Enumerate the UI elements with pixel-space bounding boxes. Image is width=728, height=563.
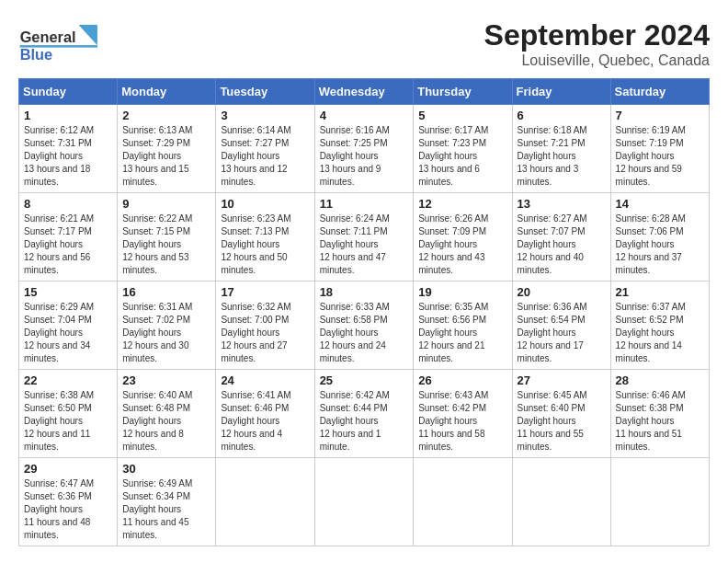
day-info: Sunrise: 6:14 AM Sunset: 7:27 PM Dayligh… xyxy=(221,124,309,189)
calendar-cell: 10 Sunrise: 6:23 AM Sunset: 7:13 PM Dayl… xyxy=(216,193,314,282)
calendar-cell xyxy=(610,458,709,546)
calendar-cell: 17 Sunrise: 6:32 AM Sunset: 7:00 PM Dayl… xyxy=(216,282,314,370)
day-number: 29 xyxy=(24,462,112,476)
day-info: Sunrise: 6:46 AM Sunset: 6:38 PM Dayligh… xyxy=(616,389,704,454)
day-info: Sunrise: 6:45 AM Sunset: 6:40 PM Dayligh… xyxy=(518,389,606,454)
day-number: 27 xyxy=(518,373,606,387)
day-number: 25 xyxy=(320,373,409,387)
day-number: 7 xyxy=(616,109,704,122)
day-info: Sunrise: 6:26 AM Sunset: 7:09 PM Dayligh… xyxy=(418,213,506,277)
day-info: Sunrise: 6:27 AM Sunset: 7:07 PM Dayligh… xyxy=(518,213,606,277)
day-info: Sunrise: 6:38 AM Sunset: 6:50 PM Dayligh… xyxy=(24,389,112,454)
calendar-cell: 2 Sunrise: 6:13 AM Sunset: 7:29 PM Dayli… xyxy=(118,105,216,193)
day-info: Sunrise: 6:19 AM Sunset: 7:19 PM Dayligh… xyxy=(616,124,704,189)
day-number: 30 xyxy=(122,462,210,476)
day-number: 23 xyxy=(122,373,210,387)
header-sunday: Sunday xyxy=(19,79,118,105)
header-wednesday: Wednesday xyxy=(314,79,414,105)
day-info: Sunrise: 6:28 AM Sunset: 7:06 PM Dayligh… xyxy=(616,213,704,277)
day-info: Sunrise: 6:49 AM Sunset: 6:34 PM Dayligh… xyxy=(122,477,210,542)
day-number: 4 xyxy=(320,109,409,122)
logo-svg: General Blue xyxy=(18,18,101,69)
calendar-cell: 13 Sunrise: 6:27 AM Sunset: 7:07 PM Dayl… xyxy=(512,193,610,282)
calendar-cell: 5 Sunrise: 6:17 AM Sunset: 7:23 PM Dayli… xyxy=(414,105,512,193)
header-thursday: Thursday xyxy=(414,79,512,105)
svg-text:Blue: Blue xyxy=(20,47,52,63)
calendar-table: Sunday Monday Tuesday Wednesday Thursday… xyxy=(18,78,710,546)
calendar-week-row: 1 Sunrise: 6:12 AM Sunset: 7:31 PM Dayli… xyxy=(19,105,710,193)
day-number: 28 xyxy=(616,373,704,387)
calendar-cell xyxy=(414,458,512,546)
day-info: Sunrise: 6:17 AM Sunset: 7:23 PM Dayligh… xyxy=(418,124,506,189)
calendar-week-row: 29 Sunrise: 6:47 AM Sunset: 6:36 PM Dayl… xyxy=(19,458,710,546)
day-info: Sunrise: 6:16 AM Sunset: 7:25 PM Dayligh… xyxy=(320,124,409,189)
calendar-cell: 24 Sunrise: 6:41 AM Sunset: 6:46 PM Dayl… xyxy=(216,370,314,458)
day-number: 11 xyxy=(320,197,409,211)
svg-marker-1 xyxy=(78,25,97,45)
day-info: Sunrise: 6:32 AM Sunset: 7:00 PM Dayligh… xyxy=(221,301,309,365)
calendar-cell: 12 Sunrise: 6:26 AM Sunset: 7:09 PM Dayl… xyxy=(414,193,512,282)
logo: General Blue xyxy=(18,18,101,69)
header-saturday: Saturday xyxy=(610,79,709,105)
day-number: 1 xyxy=(24,109,112,122)
day-info: Sunrise: 6:43 AM Sunset: 6:42 PM Dayligh… xyxy=(418,389,506,454)
calendar-header-row: Sunday Monday Tuesday Wednesday Thursday… xyxy=(19,79,710,105)
page-header: General Blue September 2024 Louiseville,… xyxy=(18,18,710,69)
day-info: Sunrise: 6:41 AM Sunset: 6:46 PM Dayligh… xyxy=(221,389,309,454)
day-number: 19 xyxy=(418,285,506,299)
calendar-cell xyxy=(314,458,414,546)
day-number: 21 xyxy=(616,285,704,299)
calendar-cell: 20 Sunrise: 6:36 AM Sunset: 6:54 PM Dayl… xyxy=(512,282,610,370)
calendar-cell: 30 Sunrise: 6:49 AM Sunset: 6:34 PM Dayl… xyxy=(118,458,216,546)
day-info: Sunrise: 6:40 AM Sunset: 6:48 PM Dayligh… xyxy=(122,389,210,454)
day-number: 20 xyxy=(518,285,606,299)
day-info: Sunrise: 6:12 AM Sunset: 7:31 PM Dayligh… xyxy=(24,124,112,189)
day-number: 14 xyxy=(616,197,704,211)
calendar-cell: 15 Sunrise: 6:29 AM Sunset: 7:04 PM Dayl… xyxy=(19,282,118,370)
calendar-week-row: 22 Sunrise: 6:38 AM Sunset: 6:50 PM Dayl… xyxy=(19,370,710,458)
calendar-cell: 27 Sunrise: 6:45 AM Sunset: 6:40 PM Dayl… xyxy=(512,370,610,458)
day-info: Sunrise: 6:47 AM Sunset: 6:36 PM Dayligh… xyxy=(24,477,112,542)
svg-text:General: General xyxy=(20,29,76,45)
page-subtitle: Louiseville, Quebec, Canada xyxy=(484,52,710,69)
calendar-cell: 1 Sunrise: 6:12 AM Sunset: 7:31 PM Dayli… xyxy=(19,105,118,193)
calendar-cell: 11 Sunrise: 6:24 AM Sunset: 7:11 PM Dayl… xyxy=(314,193,414,282)
day-info: Sunrise: 6:21 AM Sunset: 7:17 PM Dayligh… xyxy=(24,213,112,277)
day-number: 17 xyxy=(221,285,309,299)
header-monday: Monday xyxy=(118,79,216,105)
calendar-week-row: 8 Sunrise: 6:21 AM Sunset: 7:17 PM Dayli… xyxy=(19,193,710,282)
day-number: 12 xyxy=(418,197,506,211)
header-friday: Friday xyxy=(512,79,610,105)
calendar-cell: 6 Sunrise: 6:18 AM Sunset: 7:21 PM Dayli… xyxy=(512,105,610,193)
day-number: 5 xyxy=(418,109,506,122)
day-info: Sunrise: 6:31 AM Sunset: 7:02 PM Dayligh… xyxy=(122,301,210,365)
calendar-cell: 8 Sunrise: 6:21 AM Sunset: 7:17 PM Dayli… xyxy=(19,193,118,282)
day-number: 6 xyxy=(518,109,606,122)
calendar-cell: 23 Sunrise: 6:40 AM Sunset: 6:48 PM Dayl… xyxy=(118,370,216,458)
calendar-week-row: 15 Sunrise: 6:29 AM Sunset: 7:04 PM Dayl… xyxy=(19,282,710,370)
calendar-cell: 26 Sunrise: 6:43 AM Sunset: 6:42 PM Dayl… xyxy=(414,370,512,458)
day-info: Sunrise: 6:23 AM Sunset: 7:13 PM Dayligh… xyxy=(221,213,309,277)
calendar-cell: 21 Sunrise: 6:37 AM Sunset: 6:52 PM Dayl… xyxy=(610,282,709,370)
calendar-cell: 29 Sunrise: 6:47 AM Sunset: 6:36 PM Dayl… xyxy=(19,458,118,546)
calendar-cell xyxy=(216,458,314,546)
day-number: 9 xyxy=(122,197,210,211)
header-tuesday: Tuesday xyxy=(216,79,314,105)
day-number: 26 xyxy=(418,373,506,387)
calendar-cell: 7 Sunrise: 6:19 AM Sunset: 7:19 PM Dayli… xyxy=(610,105,709,193)
page-title: September 2024 xyxy=(484,18,710,52)
day-info: Sunrise: 6:35 AM Sunset: 6:56 PM Dayligh… xyxy=(418,301,506,365)
calendar-cell: 28 Sunrise: 6:46 AM Sunset: 6:38 PM Dayl… xyxy=(610,370,709,458)
title-block: September 2024 Louiseville, Quebec, Cana… xyxy=(484,18,710,69)
day-number: 16 xyxy=(122,285,210,299)
calendar-cell: 3 Sunrise: 6:14 AM Sunset: 7:27 PM Dayli… xyxy=(216,105,314,193)
day-info: Sunrise: 6:13 AM Sunset: 7:29 PM Dayligh… xyxy=(122,124,210,189)
calendar-cell: 19 Sunrise: 6:35 AM Sunset: 6:56 PM Dayl… xyxy=(414,282,512,370)
day-info: Sunrise: 6:29 AM Sunset: 7:04 PM Dayligh… xyxy=(24,301,112,365)
day-number: 13 xyxy=(518,197,606,211)
calendar-cell xyxy=(512,458,610,546)
day-info: Sunrise: 6:36 AM Sunset: 6:54 PM Dayligh… xyxy=(518,301,606,365)
day-number: 3 xyxy=(221,109,309,122)
day-number: 2 xyxy=(122,109,210,122)
calendar-cell: 9 Sunrise: 6:22 AM Sunset: 7:15 PM Dayli… xyxy=(118,193,216,282)
